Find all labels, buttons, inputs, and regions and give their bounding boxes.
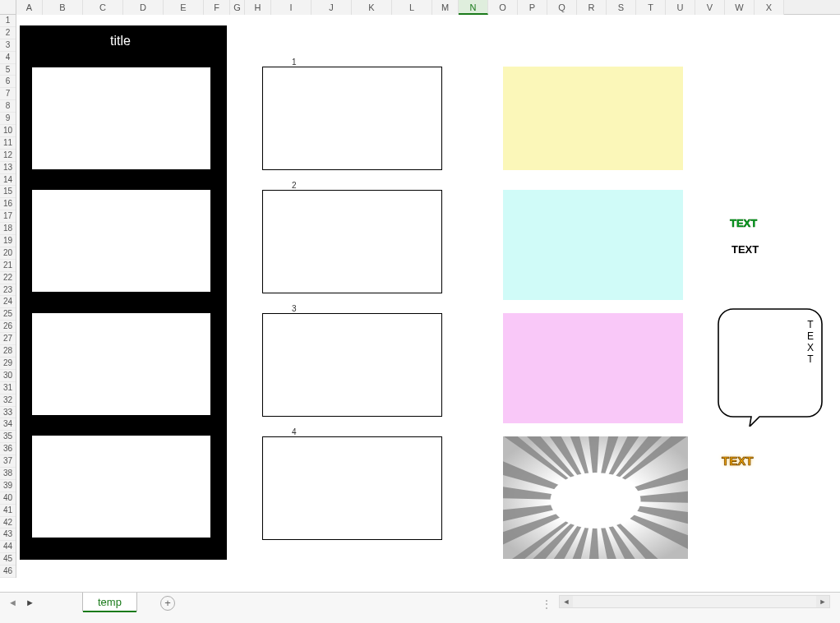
row-header-22[interactable]: 22 <box>0 272 16 284</box>
col-header-X[interactable]: X <box>755 0 784 15</box>
row-header-28[interactable]: 28 <box>0 345 16 358</box>
title-panel[interactable]: title <box>20 25 227 560</box>
tab-strip-handle-icon[interactable]: ⋮ <box>541 598 553 611</box>
col-header-M[interactable]: M <box>432 0 459 15</box>
row-header-6[interactable]: 6 <box>0 76 16 88</box>
col-header-T[interactable]: T <box>636 0 666 15</box>
row-header-33[interactable]: 33 <box>0 407 16 419</box>
scroll-right-button[interactable]: ► <box>816 596 829 607</box>
row-header-21[interactable]: 21 <box>0 260 16 272</box>
row-header-29[interactable]: 29 <box>0 358 16 370</box>
col-header-R[interactable]: R <box>577 0 607 15</box>
row-header-16[interactable]: 16 <box>0 198 16 210</box>
color-box-cyan[interactable] <box>503 190 683 300</box>
row-header-36[interactable]: 36 <box>0 443 16 455</box>
row-header-11[interactable]: 11 <box>0 137 16 150</box>
color-box-yellow[interactable] <box>503 67 683 170</box>
row-header-31[interactable]: 31 <box>0 382 16 395</box>
add-sheet-button[interactable]: + <box>160 596 175 611</box>
row-header-34[interactable]: 34 <box>0 418 16 431</box>
row-header-42[interactable]: 42 <box>0 517 16 529</box>
row-header-41[interactable]: 41 <box>0 505 16 517</box>
sheet-canvas[interactable]: title 1 2 3 4 <box>16 15 840 592</box>
col-header-A[interactable]: A <box>16 0 43 15</box>
story-panel-4[interactable] <box>31 435 211 538</box>
row-header-25[interactable]: 25 <box>0 308 16 321</box>
scroll-left-button[interactable]: ◄ <box>560 596 573 607</box>
row-header-24[interactable]: 24 <box>0 296 16 308</box>
row-header-2[interactable]: 2 <box>0 27 16 39</box>
col-header-C[interactable]: C <box>83 0 123 15</box>
row-header-46[interactable]: 46 <box>0 565 16 578</box>
horizontal-scrollbar[interactable]: ◄ ► <box>559 595 830 608</box>
col-header-S[interactable]: S <box>607 0 636 15</box>
numbered-box-2[interactable] <box>262 190 442 293</box>
story-panel-3[interactable] <box>31 312 211 416</box>
panel-number-2: 2 <box>292 181 297 190</box>
col-header-B[interactable]: B <box>43 0 83 15</box>
col-header-L[interactable]: L <box>392 0 432 15</box>
row-header-4[interactable]: 4 <box>0 52 16 64</box>
row-header-1[interactable]: 1 <box>0 15 16 27</box>
row-header-10[interactable]: 10 <box>0 125 16 137</box>
col-header-O[interactable]: O <box>488 0 518 15</box>
svg-point-26 <box>551 473 641 528</box>
row-header-37[interactable]: 37 <box>0 455 16 468</box>
row-header-17[interactable]: 17 <box>0 210 16 223</box>
row-header-15[interactable]: 15 <box>0 186 16 198</box>
col-header-J[interactable]: J <box>312 0 352 15</box>
row-header-12[interactable]: 12 <box>0 150 16 162</box>
story-panel-1[interactable] <box>31 67 211 170</box>
row-header-20[interactable]: 20 <box>0 247 16 260</box>
row-header-26[interactable]: 26 <box>0 321 16 333</box>
wordart-text-green[interactable]: TEXT <box>730 217 757 229</box>
row-header-40[interactable]: 40 <box>0 492 16 505</box>
row-header-19[interactable]: 19 <box>0 235 16 247</box>
numbered-box-1[interactable] <box>262 67 442 170</box>
col-header-W[interactable]: W <box>725 0 755 15</box>
col-header-K[interactable]: K <box>352 0 392 15</box>
row-header-43[interactable]: 43 <box>0 528 16 541</box>
col-header-F[interactable]: F <box>204 0 230 15</box>
row-header-45[interactable]: 45 <box>0 553 16 565</box>
row-header-8[interactable]: 8 <box>0 100 16 113</box>
col-header-I[interactable]: I <box>271 0 312 15</box>
col-header-P[interactable]: P <box>518 0 547 15</box>
row-header-13[interactable]: 13 <box>0 162 16 174</box>
row-header-35[interactable]: 35 <box>0 431 16 443</box>
row-header-38[interactable]: 38 <box>0 468 16 480</box>
sheet-tab-temp[interactable]: temp <box>82 593 137 611</box>
tab-nav-next-icon[interactable]: ► <box>25 598 35 607</box>
wordart-text-orange[interactable]: TEXT <box>722 454 753 468</box>
starburst-image[interactable] <box>503 436 688 559</box>
col-header-D[interactable]: D <box>123 0 164 15</box>
color-box-pink[interactable] <box>503 313 683 423</box>
row-header-7[interactable]: 7 <box>0 88 16 100</box>
row-header-14[interactable]: 14 <box>0 174 16 187</box>
row-header-30[interactable]: 30 <box>0 370 16 382</box>
numbered-box-4[interactable] <box>262 436 442 540</box>
speech-bubble[interactable]: TEXT <box>717 307 824 427</box>
col-header-E[interactable]: E <box>164 0 204 15</box>
row-header-9[interactable]: 9 <box>0 113 16 125</box>
speech-bubble-text: TEXT <box>807 319 814 365</box>
wordart-text-black[interactable]: TEXT <box>732 243 759 256</box>
col-header-G[interactable]: G <box>230 0 245 15</box>
row-header-32[interactable]: 32 <box>0 395 16 407</box>
row-header-5[interactable]: 5 <box>0 64 16 76</box>
col-header-H[interactable]: H <box>245 0 271 15</box>
tab-nav-prev-icon[interactable]: ◄ <box>8 598 17 607</box>
col-header-N[interactable]: N <box>459 0 488 15</box>
row-header-39[interactable]: 39 <box>0 480 16 492</box>
row-header-27[interactable]: 27 <box>0 333 16 345</box>
col-header-Q[interactable]: Q <box>547 0 577 15</box>
row-header-23[interactable]: 23 <box>0 284 16 297</box>
row-header-18[interactable]: 18 <box>0 223 16 235</box>
story-panel-2[interactable] <box>31 189 211 293</box>
row-header-44[interactable]: 44 <box>0 541 16 553</box>
col-header-U[interactable]: U <box>666 0 695 15</box>
col-header-V[interactable]: V <box>695 0 725 15</box>
row-header-3[interactable]: 3 <box>0 39 16 52</box>
numbered-box-3[interactable] <box>262 313 442 417</box>
select-all-corner[interactable] <box>0 0 16 15</box>
